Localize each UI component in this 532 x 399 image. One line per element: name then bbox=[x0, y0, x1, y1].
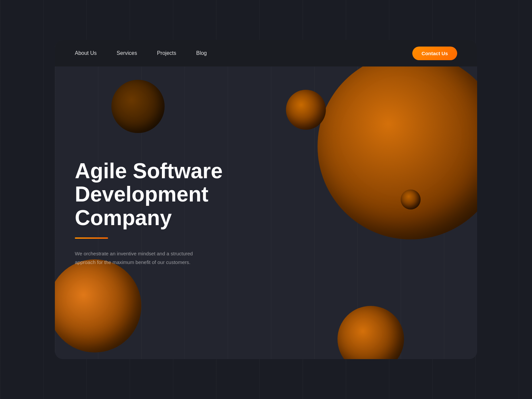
nav-projects[interactable]: Projects bbox=[157, 50, 176, 56]
outer-wrapper: About Us Services Projects Blog Contact … bbox=[55, 40, 477, 359]
main-card: About Us Services Projects Blog Contact … bbox=[55, 40, 477, 359]
hero-divider bbox=[75, 237, 108, 239]
hero-title-line2: Development Company bbox=[75, 182, 208, 229]
hero-title: Agile Software Development Company bbox=[75, 159, 258, 229]
nav-links: About Us Services Projects Blog bbox=[75, 50, 412, 56]
navbar: About Us Services Projects Blog Contact … bbox=[55, 40, 477, 66]
contact-us-button[interactable]: Contact Us bbox=[412, 47, 457, 60]
hero-text: Agile Software Development Company We or… bbox=[75, 159, 258, 266]
hero-title-line1: Agile Software bbox=[75, 159, 223, 183]
nav-blog[interactable]: Blog bbox=[196, 50, 207, 56]
hero-subtitle: We orchestrate an inventive mindset and … bbox=[75, 249, 214, 266]
nav-services[interactable]: Services bbox=[117, 50, 137, 56]
hero-section: Agile Software Development Company We or… bbox=[55, 66, 477, 359]
nav-about-us[interactable]: About Us bbox=[75, 50, 97, 56]
